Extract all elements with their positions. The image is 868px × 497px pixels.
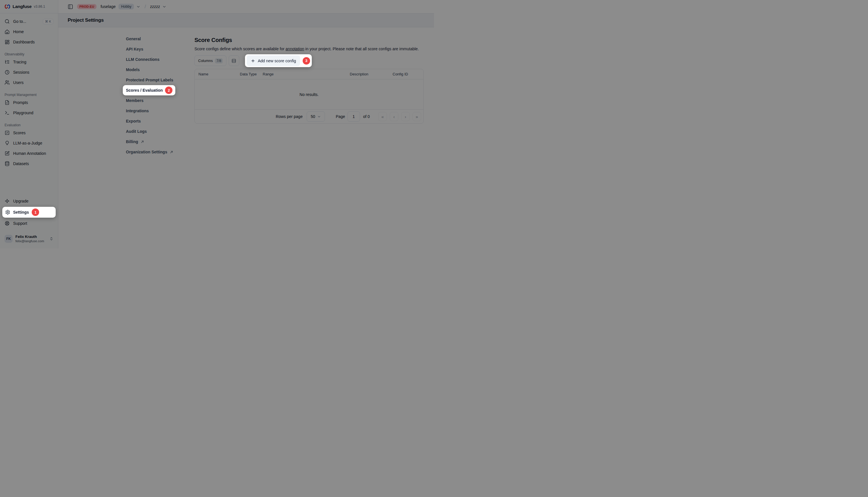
- empty-state: No results.: [195, 80, 423, 109]
- empty-state-text: No results.: [300, 92, 319, 97]
- chevron-down-icon: [317, 115, 321, 118]
- square-percent-icon: [4, 130, 10, 136]
- sidebar-item-label: LLM-as-a-Judge: [13, 141, 42, 145]
- sidebar-item-scores[interactable]: Scores: [0, 128, 58, 138]
- sidebar-item-goto[interactable]: Go to... ⌘ K: [0, 16, 58, 27]
- sidebar-item-users[interactable]: Users: [0, 77, 58, 88]
- sidebar-item-human-annotation[interactable]: Human Annotation: [0, 148, 58, 158]
- page-number-input[interactable]: [347, 111, 360, 122]
- last-page-button[interactable]: »: [413, 112, 421, 121]
- settings-nav-scores-evaluation[interactable]: Scores / Evaluation 2: [123, 85, 175, 95]
- app-version: v3.86.1: [34, 4, 45, 9]
- settings-nav: General API Keys LLM Connections Models …: [123, 34, 194, 248]
- sidebar-item-dashboards[interactable]: Dashboards: [0, 37, 58, 47]
- column-header-description: Description: [347, 72, 390, 76]
- row-height-button[interactable]: [229, 55, 239, 66]
- sidebar-item-label: Support: [13, 221, 27, 226]
- external-link-icon: [170, 150, 173, 154]
- home-icon: [4, 29, 10, 34]
- rows-icon: [232, 59, 236, 63]
- rows-per-page-select[interactable]: 50: [307, 111, 325, 122]
- next-page-button[interactable]: ›: [401, 112, 410, 121]
- settings-nav-label: Organization Settings: [126, 150, 167, 154]
- table-header-row: Name Data Type Range Description Config …: [195, 69, 423, 80]
- settings-nav-label: LLM Connections: [126, 57, 159, 62]
- settings-nav-models[interactable]: Models: [123, 65, 194, 75]
- annotation-link[interactable]: annotation: [286, 46, 304, 51]
- sidebar-item-settings[interactable]: Settings 1: [2, 207, 56, 218]
- sidebar-item-llm-as-a-judge[interactable]: LLM-as-a-Judge: [0, 138, 58, 148]
- panel-left-icon: [68, 4, 73, 10]
- column-header-status: Status: [431, 72, 434, 76]
- settings-nav-label: General: [126, 37, 141, 41]
- user-meta: Felix Krauth felix@langfuse.com: [15, 235, 44, 243]
- app-logo[interactable]: Langfuse v3.86.1: [0, 0, 58, 13]
- settings-nav-audit-logs[interactable]: Audit Logs: [123, 126, 194, 137]
- rows-per-page-label: Rows per page: [276, 114, 303, 119]
- sidebar-item-sessions[interactable]: Sessions: [0, 67, 58, 77]
- file-code-icon: [4, 100, 10, 105]
- step-badge-1: 1: [32, 209, 39, 216]
- sidebar-item-home[interactable]: Home: [0, 27, 58, 37]
- description-text: Score configs define which scores are av…: [194, 46, 286, 51]
- sidebar-item-label: Scores: [13, 130, 26, 135]
- project-name[interactable]: zzzzz: [150, 4, 160, 9]
- settings-nav-integrations[interactable]: Integrations: [123, 106, 194, 116]
- settings-nav-label: Protected Prompt Labels: [126, 78, 173, 82]
- sidebar-item-datasets[interactable]: Datasets: [0, 158, 58, 169]
- settings-nav-label: Integrations: [126, 109, 149, 113]
- score-configs-table: Name Data Type Range Description Config …: [194, 69, 424, 124]
- settings-nav-api-keys[interactable]: API Keys: [123, 44, 194, 54]
- settings-nav-label: Exports: [126, 119, 141, 123]
- gear-icon: [5, 210, 10, 215]
- sidebar-item-label: Human Annotation: [13, 151, 46, 156]
- pager-buttons: « ‹ › »: [378, 112, 421, 121]
- app-name: Langfuse: [13, 4, 32, 9]
- avatar: FK: [4, 235, 13, 243]
- org-switcher-chevron-icon[interactable]: [136, 4, 141, 9]
- sidebar-item-label: Upgrade: [13, 199, 29, 203]
- sidebar-item-playground[interactable]: Playground: [0, 108, 58, 118]
- database-icon: [4, 161, 10, 166]
- settings-nav-label: Scores / Evaluation: [126, 88, 163, 93]
- lightbulb-icon: [4, 141, 10, 146]
- settings-nav-llm-connections[interactable]: LLM Connections: [123, 54, 194, 65]
- section-description: Score configs define which scores are av…: [194, 46, 424, 52]
- columns-label: Columns: [198, 59, 213, 63]
- sidebar-item-label: Settings: [13, 210, 29, 214]
- description-text: in your project. Please note that all sc…: [304, 46, 419, 51]
- first-page-button[interactable]: «: [378, 112, 387, 121]
- section-prompt-management: Prompt Management: [4, 93, 53, 97]
- sidebar-item-prompts[interactable]: Prompts: [0, 97, 58, 108]
- user-name: Felix Krauth: [15, 235, 44, 239]
- goto-shortcut: ⌘ K: [43, 19, 53, 24]
- plan-badge: Hobby: [118, 4, 134, 10]
- settings-nav-general[interactable]: General: [123, 34, 194, 44]
- sidebar-item-upgrade[interactable]: Upgrade: [0, 196, 58, 206]
- settings-nav-members[interactable]: Members: [123, 95, 194, 106]
- page-label: Page: [336, 114, 345, 119]
- langfuse-logo-icon: [4, 4, 10, 10]
- settings-nav-label: Billing: [126, 139, 138, 144]
- table-toolbar: Columns 7/8 Add new score config 3: [194, 54, 424, 67]
- score-configs-section: Score Configs Score configs define which…: [194, 34, 424, 248]
- sidebar-toggle-button[interactable]: [68, 4, 73, 10]
- terminal-icon: [4, 110, 10, 115]
- org-name[interactable]: fuselage: [101, 4, 116, 9]
- settings-nav-billing[interactable]: Billing: [123, 137, 194, 147]
- add-score-config-button[interactable]: Add new score config: [247, 55, 300, 66]
- columns-button[interactable]: Columns 7/8: [194, 55, 227, 66]
- square-pen-icon: [4, 151, 10, 156]
- settings-nav-exports[interactable]: Exports: [123, 116, 194, 126]
- app-root: Langfuse v3.86.1 Go to... ⌘ K Home Dashb…: [0, 0, 434, 248]
- user-menu[interactable]: FK Felix Krauth felix@langfuse.com: [2, 232, 56, 246]
- page-count-text: of 0: [363, 114, 370, 119]
- settings-nav-protected-prompt-labels[interactable]: Protected Prompt Labels: [123, 75, 194, 85]
- previous-page-button[interactable]: ‹: [390, 112, 398, 121]
- sidebar-item-tracing[interactable]: Tracing: [0, 57, 58, 67]
- settings-nav-organization-settings[interactable]: Organization Settings: [123, 147, 194, 157]
- sidebar-item-support[interactable]: Support: [0, 218, 58, 228]
- goto-label: Go to...: [13, 19, 26, 24]
- add-score-config-spotlight: Add new score config 3: [245, 54, 312, 67]
- project-switcher-chevron-icon[interactable]: [162, 4, 167, 9]
